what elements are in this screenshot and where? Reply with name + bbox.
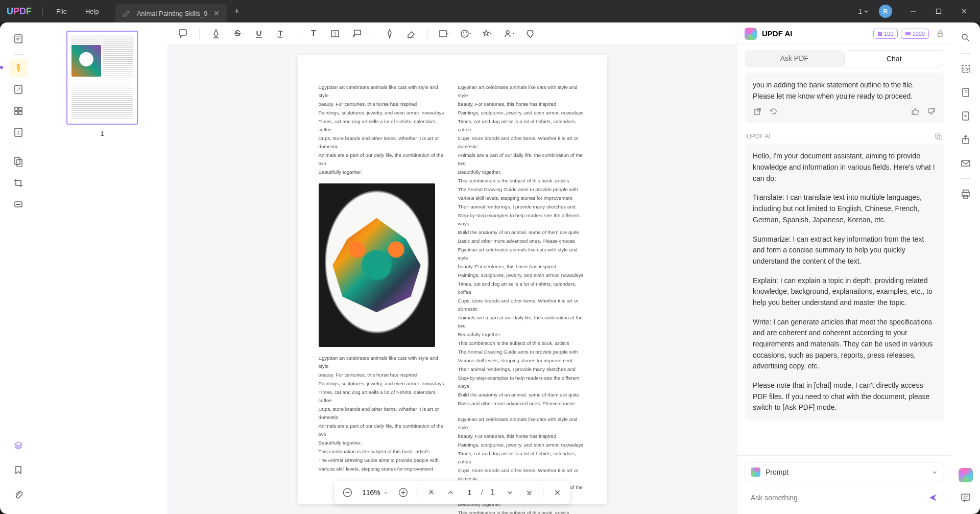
titlebar: UPDF File Help Animal Painting Skills_9 … <box>0 0 980 22</box>
redact-icon[interactable] <box>9 195 28 214</box>
svg-text:U: U <box>256 29 262 37</box>
zoom-dropdown[interactable]: 116% <box>359 488 392 497</box>
compress-icon[interactable] <box>958 84 974 101</box>
rectangle-icon[interactable] <box>436 26 452 42</box>
maximize-button[interactable] <box>928 4 949 19</box>
svg-point-33 <box>506 31 509 34</box>
copy-icon[interactable] <box>934 132 942 141</box>
svg-point-45 <box>962 34 967 39</box>
svg-rect-10 <box>15 111 18 114</box>
chat-input[interactable] <box>751 494 923 502</box>
close-tab-icon[interactable]: ✕ <box>213 9 220 17</box>
tools-mode-icon[interactable] <box>9 123 28 142</box>
ai-toggle-icon[interactable] <box>959 468 973 482</box>
ai-sender-label: UPDF AI <box>745 129 944 144</box>
pencil-icon[interactable] <box>381 26 398 42</box>
credit-badge-2[interactable]: 1000 <box>901 29 929 39</box>
page-input[interactable] <box>463 488 477 497</box>
prev-page-button[interactable] <box>443 485 459 500</box>
text-icon[interactable]: T <box>305 26 322 42</box>
svg-rect-41 <box>938 33 942 37</box>
ai-panel: UPDF AI 100 1000 Ask PDF Chat you in add… <box>737 22 951 514</box>
eraser-icon[interactable] <box>403 26 419 42</box>
ai-title: UPDF AI <box>762 29 792 38</box>
thumbs-up-icon[interactable] <box>911 107 920 116</box>
svg-rect-54 <box>962 193 969 196</box>
account-dropdown[interactable]: 1 <box>858 8 869 15</box>
sticker-icon[interactable] <box>458 26 474 42</box>
prompt-dropdown[interactable]: Prompt <box>745 462 944 482</box>
thumbs-down-icon[interactable] <box>927 107 936 116</box>
svg-point-13 <box>18 131 19 132</box>
separator <box>14 148 23 148</box>
ai-input-area: Prompt <box>737 455 951 514</box>
crop-icon[interactable] <box>9 174 28 192</box>
tab-chat[interactable]: Chat <box>844 50 945 67</box>
ai-message: Hello, I'm your document assistant, aimi… <box>745 144 944 420</box>
app-logo: UPDF <box>0 6 38 17</box>
svg-rect-39 <box>878 32 882 36</box>
comment-mode-icon[interactable] <box>9 59 28 77</box>
zoom-in-button[interactable] <box>396 485 411 500</box>
textbox-icon[interactable]: T <box>327 26 343 42</box>
new-tab-button[interactable]: + <box>227 6 247 17</box>
ai-chat-scroll[interactable]: you in adding the bank statement outline… <box>737 73 951 455</box>
chat-panel-icon[interactable] <box>958 489 974 506</box>
zoom-out-button[interactable] <box>340 485 355 500</box>
attachment-icon[interactable] <box>9 485 28 504</box>
share-icon[interactable] <box>958 131 974 148</box>
close-window-button[interactable] <box>953 4 975 19</box>
ai-tabs: Ask PDF Chat <box>737 45 951 73</box>
total-pages: 1 <box>487 488 498 497</box>
email-icon[interactable] <box>958 155 974 171</box>
page-column-right: Egyptian art celebrates animals like cat… <box>458 83 586 514</box>
svg-rect-29 <box>440 31 446 37</box>
close-zoom-bar-button[interactable] <box>549 485 565 500</box>
signature-icon[interactable] <box>500 26 517 42</box>
menu-help[interactable]: Help <box>76 8 109 15</box>
document-tab[interactable]: Animal Painting Skills_9 ✕ <box>115 4 227 22</box>
regenerate-icon[interactable] <box>769 107 778 116</box>
callout-icon[interactable] <box>348 26 365 42</box>
separator <box>14 54 23 55</box>
reader-mode-icon[interactable] <box>9 30 28 48</box>
fill-sign-icon[interactable] <box>9 152 28 171</box>
credit-badge-1[interactable]: 100 <box>873 29 897 39</box>
svg-text:T: T <box>278 29 282 37</box>
minimize-button[interactable] <box>902 4 924 19</box>
next-page-button[interactable] <box>502 485 517 500</box>
svg-rect-40 <box>905 32 911 35</box>
ocr-icon[interactable]: OCR <box>958 61 974 77</box>
document-scroll[interactable]: Egyptian art celebrates animals like cat… <box>168 45 737 514</box>
squiggly-icon[interactable]: T <box>272 26 289 42</box>
flatten-icon[interactable] <box>958 108 974 124</box>
svg-rect-11 <box>19 111 22 114</box>
underline-icon[interactable]: U <box>251 26 267 42</box>
strikethrough-icon[interactable]: S <box>229 26 246 42</box>
layers-icon[interactable] <box>9 436 28 455</box>
send-button[interactable] <box>928 493 938 503</box>
search-icon[interactable] <box>958 30 974 46</box>
stamp-icon[interactable] <box>479 26 495 42</box>
page-separator: / <box>481 488 483 497</box>
more-tools-icon[interactable] <box>522 26 538 42</box>
external-link-icon[interactable] <box>753 107 762 116</box>
lock-icon[interactable] <box>936 30 944 38</box>
sticky-note-icon[interactable] <box>175 26 191 42</box>
first-page-button[interactable] <box>424 485 439 500</box>
page-thumbnail[interactable] <box>66 31 138 125</box>
print-icon[interactable] <box>958 186 974 202</box>
organize-pages-icon[interactable] <box>9 102 28 120</box>
menu-file[interactable]: File <box>47 8 76 15</box>
last-page-button[interactable] <box>521 485 537 500</box>
highlight-icon[interactable] <box>208 26 224 42</box>
edit-mode-icon[interactable] <box>9 80 28 99</box>
ai-logo-icon <box>745 28 757 40</box>
left-tool-rail <box>0 22 37 514</box>
bookmark-icon[interactable] <box>9 461 28 479</box>
right-tool-rail: OCR <box>951 22 980 514</box>
tab-ask-pdf[interactable]: Ask PDF <box>745 50 844 67</box>
svg-rect-27 <box>354 30 361 35</box>
svg-rect-8 <box>15 107 18 110</box>
user-avatar[interactable]: R <box>879 5 892 18</box>
